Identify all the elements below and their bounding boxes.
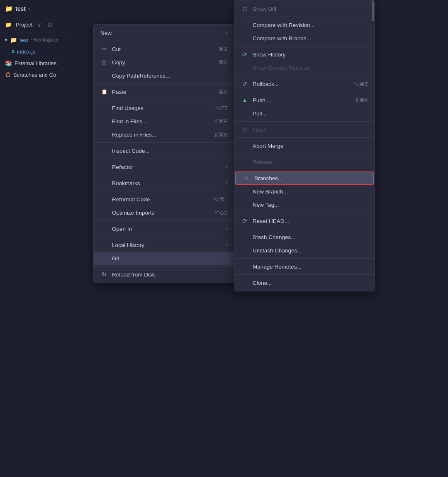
menu-item-unstash[interactable]: Unstash Changes... (234, 244, 375, 257)
menu-item-show-current-revision[interactable]: Show Current Revision (234, 61, 375, 74)
rsep7 (234, 154, 375, 154)
sidebar: 📁 test › 📁 Project ∨ ⊙ ▾ 📁 test ~/worksp… (0, 0, 93, 477)
menu-item-refactor[interactable]: Refactor › (94, 160, 234, 174)
sep9 (94, 237, 234, 237)
tree-label-test: test (19, 37, 28, 43)
folder-icon: 📁 (10, 37, 17, 43)
tree-path: ~/workspace (31, 37, 59, 43)
rsep1 (234, 17, 375, 17)
file-icon: ≡ (12, 49, 15, 54)
sep1 (94, 41, 234, 41)
cut-icon: ✂ (100, 46, 108, 52)
branch-icon: ⑂ (243, 175, 250, 181)
breadcrumb-arrow: › (28, 5, 30, 12)
menu-item-inspect[interactable]: Inspect Code... (94, 144, 234, 157)
menu-item-new[interactable]: New › (94, 26, 234, 39)
folder-icon: 📁 (5, 5, 13, 12)
sep10 (94, 266, 234, 267)
tree-item-test[interactable]: ▾ 📁 test ~/workspace (0, 34, 93, 46)
menu-item-optimize[interactable]: Optimize Imports ^⌥O (94, 206, 234, 219)
reload-icon: ↻ (100, 271, 108, 278)
menu-item-copy[interactable]: ⎘ Copy ⌘C (94, 56, 234, 69)
tree-item-libraries[interactable]: 📚 External Libraries (0, 57, 93, 69)
settings-icon[interactable]: ⊙ (47, 21, 53, 29)
menu-item-copy-path[interactable]: Copy Path/Reference... (94, 69, 234, 82)
sep4 (94, 142, 234, 143)
context-menu-right: ⬡ Show Diff Compare with Revision... Com… (234, 0, 375, 291)
project-name: test (15, 5, 26, 12)
menu-item-show-history[interactable]: ⟳ Show History (234, 48, 375, 61)
sep5 (94, 159, 234, 159)
context-menu-left: New › ✂ Cut ⌘X ⎘ Copy ⌘C Copy Path/Refer… (93, 24, 234, 283)
menu-item-cut[interactable]: ✂ Cut ⌘X (94, 42, 234, 56)
menu-item-rollback[interactable]: ↺ Rollback... ⌥⌘Z (234, 77, 375, 91)
menu-item-open-in[interactable]: Open In › (94, 222, 234, 235)
folder-icon-small: 📁 (5, 22, 12, 28)
rsep11 (234, 258, 375, 259)
sep8 (94, 220, 234, 221)
menu-item-push[interactable]: ▲ Push... ⇧⌘K (234, 93, 375, 107)
menu-item-reload[interactable]: ↻ Reload from Disk (94, 268, 234, 281)
sep7 (94, 191, 234, 191)
menu-item-new-tag[interactable]: New Tag... (234, 198, 375, 211)
reset-icon: ⟳ (241, 218, 248, 224)
rsep5 (234, 121, 375, 122)
menu-item-manage-remotes[interactable]: Manage Remotes... (234, 260, 375, 273)
tree-label-indexjs: index.js (17, 49, 35, 55)
sep2 (94, 83, 234, 84)
menu-item-stash[interactable]: Stash Changes... (234, 230, 375, 244)
tree-item-indexjs[interactable]: ≡ index.js (0, 46, 93, 57)
paste-icon: 📋 (100, 89, 108, 95)
history-icon: ⟳ (241, 51, 248, 58)
menu-item-paste[interactable]: 📋 Paste ⌘V (94, 85, 234, 98)
project-tab[interactable]: Project (16, 22, 32, 28)
menu-item-new-branch[interactable]: New Branch... (234, 185, 375, 198)
scratch-icon: 🗒 (5, 71, 11, 78)
tree-label-scratches: Scratches and Co (13, 72, 56, 78)
menu-item-fetch[interactable]: ⚙ Fetch (234, 123, 375, 136)
rsep12 (234, 274, 375, 275)
menu-item-compare-branch[interactable]: Compare with Branch... (234, 32, 375, 45)
menu-item-rebase[interactable]: Rebase... (234, 155, 375, 169)
lib-icon: 📚 (5, 60, 12, 66)
copy-icon: ⎘ (100, 59, 108, 66)
menu-item-branches[interactable]: ⑂ Branches... (235, 171, 374, 185)
menu-item-pull[interactable]: Pull... (234, 107, 375, 120)
rsep3 (234, 76, 375, 76)
menu-item-reformat[interactable]: Reformat Code ⌥⌘L (94, 193, 234, 206)
fetch-icon: ⚙ (241, 126, 248, 133)
menu-item-clone[interactable]: Clone... (234, 276, 375, 289)
project-dropdown[interactable]: ∨ (37, 22, 41, 28)
menu-item-git[interactable]: Git › (94, 252, 234, 265)
menu-item-find-usages[interactable]: Find Usages ⌥F7 (94, 101, 234, 115)
menu-item-replace-files[interactable]: Replace in Files... ⇧⌘R (94, 128, 234, 141)
rollback-icon: ↺ (241, 81, 248, 87)
menu-item-find-files[interactable]: Find in Files... ⇧⌘F (94, 115, 234, 128)
rsep9 (234, 213, 375, 213)
menu-item-local-history[interactable]: Local History › (94, 238, 234, 252)
tree-item-scratches[interactable]: 🗒 Scratches and Co (0, 69, 93, 81)
tree-label-libraries: External Libraries (15, 60, 56, 66)
rsep4 (234, 92, 375, 92)
diff-icon: ⬡ (241, 6, 248, 12)
sep3 (94, 100, 234, 100)
menu-item-reset-head[interactable]: ⟳ Reset HEAD... (234, 214, 375, 227)
rsep2 (234, 46, 375, 46)
rsep6 (234, 137, 375, 138)
sep6 (94, 175, 234, 175)
menu-item-show-diff[interactable]: ⬡ Show Diff (234, 2, 375, 15)
push-icon: ▲ (241, 97, 248, 103)
project-header: 📁 test › (0, 0, 93, 17)
menu-item-compare-revision[interactable]: Compare with Revision... (234, 18, 375, 32)
collapse-arrow: ▾ (5, 37, 7, 43)
menu-item-abort-merge[interactable]: Abort Merge (234, 139, 375, 152)
rsep10 (234, 229, 375, 229)
rsep8 (234, 170, 375, 170)
menu-item-bookmarks[interactable]: Bookmarks › (94, 176, 234, 190)
